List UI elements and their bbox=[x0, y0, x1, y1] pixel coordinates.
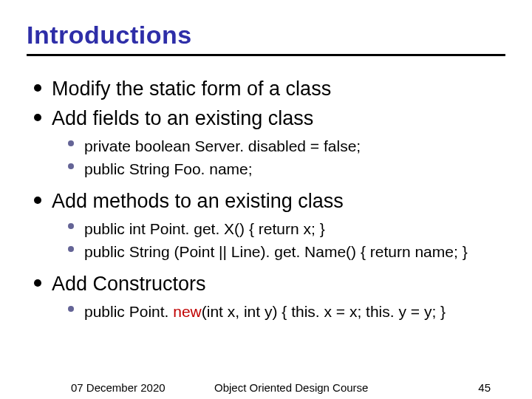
footer-course: Object Oriented Design Course bbox=[214, 381, 368, 394]
bullet-item: Add Constructors public Point. new(int x… bbox=[31, 272, 505, 321]
sub-bullet-list: public int Point. get. X() { return x; }… bbox=[68, 219, 505, 262]
sub-bullet-item: private boolean Server. disabled = false… bbox=[68, 136, 505, 156]
sub-bullet-text: public String Foo. name; bbox=[84, 160, 253, 177]
slide-body: Modify the static form of a class Add fi… bbox=[27, 77, 505, 321]
sub-bullet-text: public String (Point || Line). get. Name… bbox=[84, 243, 468, 260]
sub-bullet-text: public Point. new(int x, int y) { this. … bbox=[84, 303, 446, 320]
sub-bullet-item: public Point. new(int x, int y) { this. … bbox=[68, 301, 505, 321]
bullet-item: Add fields to an existing class private … bbox=[31, 106, 505, 179]
sub-bullet-text: public int Point. get. X() { return x; } bbox=[84, 220, 325, 237]
slide-title: Introductions bbox=[27, 21, 505, 50]
footer-page-number: 45 bbox=[478, 381, 491, 394]
code-post: (int x, int y) { this. x = x; this. y = … bbox=[202, 303, 446, 320]
bullet-item: Add methods to an existing class public … bbox=[31, 189, 505, 262]
sub-bullet-list: public Point. new(int x, int y) { this. … bbox=[68, 301, 505, 321]
bullet-text: Add Constructors bbox=[52, 273, 206, 295]
sub-bullet-item: public String Foo. name; bbox=[68, 159, 505, 179]
sub-bullet-list: private boolean Server. disabled = false… bbox=[68, 136, 505, 180]
bullet-list: Modify the static form of a class Add fi… bbox=[31, 77, 505, 321]
sub-bullet-text: private boolean Server. disabled = false… bbox=[84, 137, 361, 154]
bullet-text: Modify the static form of a class bbox=[52, 78, 331, 100]
sub-bullet-item: public String (Point || Line). get. Name… bbox=[68, 242, 505, 262]
title-underline bbox=[27, 54, 505, 56]
footer-date: 07 December 2020 bbox=[71, 381, 166, 394]
bullet-item: Modify the static form of a class bbox=[31, 77, 505, 102]
slide: Introductions Modify the static form of … bbox=[0, 0, 532, 399]
bullet-text: Add fields to an existing class bbox=[52, 107, 313, 129]
sub-bullet-item: public int Point. get. X() { return x; } bbox=[68, 219, 505, 239]
bullet-text: Add methods to an existing class bbox=[52, 190, 344, 212]
keyword-new: new bbox=[173, 303, 202, 320]
code-pre: public Point. bbox=[84, 303, 173, 320]
